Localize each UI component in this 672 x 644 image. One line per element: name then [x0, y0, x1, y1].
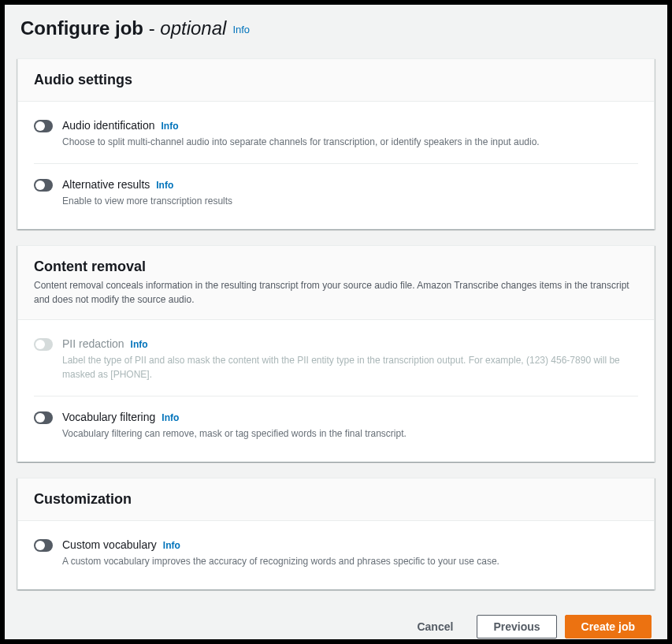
page-title-main: Configure job: [20, 17, 143, 39]
custom-vocabulary-row: Custom vocabulary Info A custom vocabula…: [34, 524, 638, 583]
alternative-results-info-link[interactable]: Info: [156, 180, 173, 191]
audio-settings-header: Audio settings: [18, 59, 654, 102]
pii-redaction-label-row: PII redaction Info: [62, 337, 638, 350]
customization-panel: Customization Custom vocabulary Info A c…: [17, 478, 655, 590]
alternative-results-toggle[interactable]: [34, 179, 53, 192]
customization-body: Custom vocabulary Info A custom vocabula…: [18, 521, 654, 589]
alternative-results-desc: Enable to view more transcription result…: [62, 194, 638, 208]
page-title-optional: optional: [160, 17, 226, 39]
customization-header: Customization: [18, 478, 654, 521]
audio-identification-desc: Choose to split multi-channel audio into…: [62, 135, 638, 149]
page-info-link[interactable]: Info: [232, 24, 250, 35]
custom-vocabulary-info-link[interactable]: Info: [163, 540, 180, 551]
alternative-results-label-row: Alternative results Info: [62, 178, 638, 191]
audio-identification-content: Audio identification Info Choose to spli…: [62, 119, 638, 149]
vocabulary-filtering-label: Vocabulary filtering: [62, 411, 155, 423]
page-title-separator: -: [143, 17, 160, 39]
pii-redaction-toggle: [34, 338, 53, 351]
vocabulary-filtering-info-link[interactable]: Info: [162, 412, 179, 423]
content-removal-subtitle: Content removal conceals information in …: [34, 278, 638, 307]
customization-title: Customization: [34, 491, 638, 508]
cancel-button[interactable]: Cancel: [401, 616, 469, 638]
pii-redaction-row: PII redaction Info Label the type of PII…: [34, 323, 638, 396]
content-removal-title: Content removal: [34, 259, 638, 275]
pii-redaction-label: PII redaction: [62, 337, 124, 350]
audio-identification-label: Audio identification: [62, 119, 155, 132]
audio-settings-panel: Audio settings Audio identification Info…: [17, 58, 655, 229]
audio-settings-body: Audio identification Info Choose to spli…: [18, 102, 654, 229]
custom-vocabulary-desc: A custom vocabulary improves the accurac…: [62, 554, 638, 568]
custom-vocabulary-toggle[interactable]: [34, 539, 53, 552]
vocabulary-filtering-toggle[interactable]: [34, 411, 53, 424]
content-removal-header: Content removal Content removal conceals…: [18, 246, 654, 320]
page-container: Configure job - optional Info Audio sett…: [5, 5, 667, 639]
vocabulary-filtering-content: Vocabulary filtering Info Vocabulary fil…: [62, 411, 638, 441]
pii-redaction-content: PII redaction Info Label the type of PII…: [62, 337, 638, 382]
pii-redaction-info-link[interactable]: Info: [131, 339, 148, 350]
content-removal-panel: Content removal Content removal conceals…: [17, 245, 655, 462]
alternative-results-label: Alternative results: [62, 178, 150, 191]
vocabulary-filtering-row: Vocabulary filtering Info Vocabulary fil…: [34, 396, 638, 455]
custom-vocabulary-label-row: Custom vocabulary Info: [62, 538, 638, 551]
audio-identification-info-link[interactable]: Info: [162, 121, 179, 132]
page-header: Configure job - optional Info: [17, 14, 655, 46]
audio-settings-title: Audio settings: [34, 72, 638, 88]
create-job-button[interactable]: Create job: [565, 615, 652, 638]
footer: Cancel Previous Create job: [17, 605, 655, 639]
pii-redaction-desc: Label the type of PII and also mask the …: [62, 353, 638, 382]
vocabulary-filtering-label-row: Vocabulary filtering Info: [62, 411, 638, 423]
audio-identification-row: Audio identification Info Choose to spli…: [34, 105, 638, 164]
custom-vocabulary-label: Custom vocabulary: [62, 538, 157, 551]
alternative-results-content: Alternative results Info Enable to view …: [62, 178, 638, 208]
page-title: Configure job - optional: [20, 17, 226, 39]
custom-vocabulary-content: Custom vocabulary Info A custom vocabula…: [62, 538, 638, 568]
audio-identification-label-row: Audio identification Info: [62, 119, 638, 132]
audio-identification-toggle[interactable]: [34, 120, 53, 132]
content-removal-body: PII redaction Info Label the type of PII…: [18, 320, 654, 461]
vocabulary-filtering-desc: Vocabulary filtering can remove, mask or…: [62, 426, 638, 441]
alternative-results-row: Alternative results Info Enable to view …: [34, 164, 638, 222]
previous-button[interactable]: Previous: [477, 615, 556, 638]
